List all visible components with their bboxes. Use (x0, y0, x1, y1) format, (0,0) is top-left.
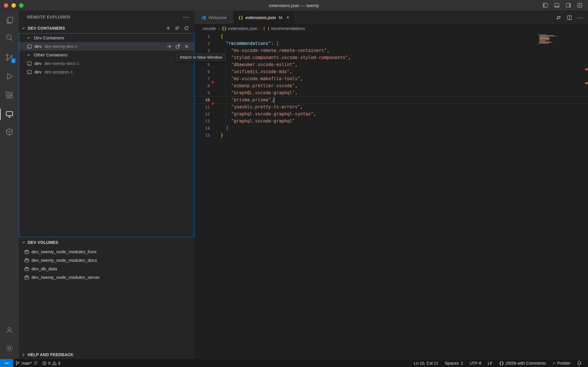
toggle-sidebar-icon[interactable] (542, 2, 548, 8)
volume-icon (24, 258, 29, 263)
encoding-item[interactable]: UTF-8 (466, 361, 485, 366)
sidebar-title: REMOTE EXPLORER (27, 15, 71, 19)
code-line[interactable]: 12 "graphql.vscode-graphql-syntax", (194, 110, 588, 118)
zoom-window-button[interactable] (19, 3, 24, 8)
remote-indicator[interactable]: >< (0, 359, 13, 367)
tab-label: extensions.json (245, 15, 276, 20)
container-item-dev-twenty-docs[interactable]: dev dev-twenty-docs-1 (19, 59, 194, 68)
eol-item[interactable]: LF (485, 361, 496, 366)
breadcrumb: .vscode › {}extensions.json › [ ]recomme… (194, 24, 588, 33)
breadcrumb-symbol[interactable]: [ ]recommendations (263, 26, 305, 31)
attach-shell-arrow-icon[interactable] (166, 44, 172, 49)
split-editor-icon[interactable] (567, 15, 572, 21)
volume-item[interactable]: dev_db_data (19, 264, 194, 273)
code-line[interactable]: 9 "GraphQL.vscode-graphql", (194, 89, 588, 96)
problems-item[interactable]: 0 0 (40, 359, 63, 367)
traffic-lights (4, 3, 24, 8)
minimap-line (539, 36, 558, 37)
indentation-item[interactable]: Spaces: 2 (442, 361, 466, 366)
editor-group: Welcome {} extensions.json M × ⋯ .vscode… (194, 11, 588, 359)
extensions-icon[interactable] (0, 88, 19, 102)
more-actions-icon[interactable]: ⋯ (183, 14, 189, 20)
warnings-icon (52, 361, 57, 366)
code-line[interactable]: 7 "ms-vscode.makefile-tools", (194, 75, 588, 82)
code-line[interactable]: 13 "graphql.vscode-graphql" (194, 118, 588, 125)
dev-volumes-section-header[interactable]: DEV VOLUMES (19, 237, 194, 247)
customize-layout-icon[interactable] (577, 2, 583, 8)
breadcrumb-file[interactable]: {}extensions.json (222, 26, 258, 31)
line-number: 11 (194, 103, 210, 110)
minimap-line (537, 44, 538, 45)
container-item-dev-twenty-dev[interactable]: dev dev-twenty-dev-1 (19, 42, 194, 51)
volume-item[interactable]: dev_twenty_node_modules_front (19, 247, 194, 256)
code-line[interactable]: 5 "dbaeumer.vscode-eslint", (194, 61, 588, 68)
code-line[interactable]: 4 "styled-components.vscode-styled-compo… (194, 54, 588, 61)
tab-extensions-json[interactable]: {} extensions.json M × (233, 11, 294, 24)
code-line[interactable]: 3 "ms-vscode-remote.remote-containers", (194, 47, 588, 54)
editor-more-actions-icon[interactable]: ⋯ (577, 14, 583, 21)
code-line[interactable]: 6 "unifiedjs.vscode-mdx", (194, 68, 588, 75)
chevron-right-icon (21, 352, 26, 357)
vscode-logo-icon (201, 15, 206, 20)
accounts-icon[interactable] (0, 323, 19, 337)
code-text: "graphql.vscode-graphql-syntax", (220, 110, 316, 118)
code-line[interactable]: 8 "esbenp.prettier-vscode", (194, 82, 588, 89)
search-icon[interactable] (0, 31, 19, 45)
remote-explorer-icon[interactable] (0, 107, 19, 121)
code-text: "recommendations": [ (220, 40, 279, 47)
breadcrumb-folder[interactable]: .vscode (201, 26, 216, 31)
container-item-dev-postgres[interactable]: dev dev-postgres-1 (19, 68, 194, 76)
notifications-bell-item[interactable] (574, 361, 585, 366)
tree-group-other-containers[interactable]: Other Containers (19, 51, 194, 59)
sidebar-remote-explorer: REMOTE EXPLORER ⋯ DEV CONTAINERS Dev Con… (19, 11, 194, 359)
code-lines: 1{2 "recommendations": [3 "ms-vscode-rem… (194, 33, 588, 139)
volume-label: dev_db_data (31, 266, 57, 271)
minimap[interactable] (537, 34, 561, 45)
code-text: "dbaeumer.vscode-eslint", (220, 61, 298, 68)
cursor-position-item[interactable]: Ln 10, Col 21 (411, 361, 442, 366)
sync-icon[interactable] (34, 361, 38, 365)
code-text: "prisma.prisma", (220, 96, 274, 103)
dev-containers-icon[interactable] (0, 125, 19, 139)
breadcrumb-separator: › (218, 26, 220, 31)
run-debug-icon[interactable] (0, 69, 19, 83)
details-list-icon[interactable] (175, 26, 180, 31)
code-line[interactable]: 10 "prisma.prisma", (194, 96, 588, 103)
explorer-icon[interactable] (0, 13, 19, 27)
code-text: "yoavbls.pretty-ts-errors", (220, 103, 303, 110)
line-number: 15 (194, 132, 210, 139)
dev-containers-section-header[interactable]: DEV CONTAINERS (19, 23, 194, 33)
minimize-window-button[interactable] (11, 3, 16, 8)
chevron-down-icon (26, 36, 31, 40)
volume-item[interactable]: dev_twenty_node_modules_server (19, 273, 194, 281)
tab-welcome[interactable]: Welcome (194, 11, 233, 24)
group-label: Dev Containers (34, 35, 64, 40)
code-line[interactable]: 15} (194, 132, 588, 139)
tooltip-attach-new-window: Attach in New Window (176, 53, 225, 61)
source-control-icon[interactable]: 1 (0, 50, 19, 64)
dev-containers-tree: Dev Containers dev dev-twenty-dev-1 Othe… (19, 33, 194, 237)
settings-gear-icon[interactable] (0, 341, 19, 355)
refresh-icon[interactable] (184, 26, 189, 31)
compare-changes-icon[interactable] (556, 15, 562, 21)
json-file-icon: {} (238, 15, 243, 20)
git-branch-item[interactable]: main* (13, 359, 40, 367)
code-line[interactable]: 14 ] (194, 125, 588, 132)
close-icon[interactable] (184, 44, 189, 49)
volume-item[interactable]: dev_twenty_node_modules_docs (19, 256, 194, 264)
formatter-item[interactable]: ✓ Prettier (549, 361, 574, 366)
language-mode-item[interactable]: {} JSON with Comments (496, 361, 549, 366)
code-area[interactable]: 1{2 "recommendations": [3 "ms-vscode-rem… (194, 33, 588, 359)
code-line[interactable]: 1{ (194, 33, 588, 40)
toggle-secondary-sidebar-icon[interactable] (565, 2, 571, 8)
tree-group-dev-containers[interactable]: Dev Containers (19, 33, 194, 42)
code-line[interactable]: 11 "yoavbls.pretty-ts-errors", (194, 103, 588, 110)
code-line[interactable]: 2 "recommendations": [ (194, 40, 588, 47)
help-feedback-section-header[interactable]: HELP AND FEEDBACK (19, 350, 194, 359)
new-container-plus-icon[interactable] (166, 26, 171, 31)
close-tab-icon[interactable]: × (286, 15, 289, 20)
attach-new-window-icon[interactable] (175, 44, 181, 49)
toggle-panel-icon[interactable] (554, 2, 560, 8)
close-window-button[interactable] (4, 3, 8, 8)
json-file-icon: {} (222, 26, 227, 31)
